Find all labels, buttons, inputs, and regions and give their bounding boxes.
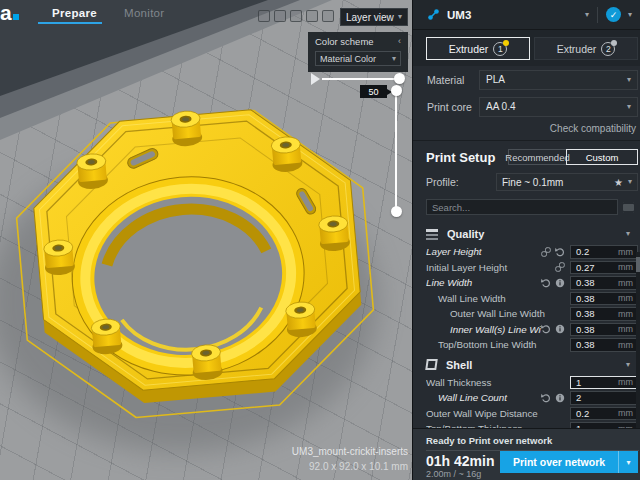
layer-slider-track[interactable] bbox=[395, 91, 397, 211]
setting-state-icons[interactable] bbox=[555, 262, 565, 272]
simulation-slider-handle[interactable] bbox=[394, 73, 405, 84]
custom-mode-button[interactable]: Custom bbox=[566, 149, 638, 165]
star-icon[interactable]: ★ bbox=[614, 177, 623, 188]
divider bbox=[597, 7, 598, 23]
category-header-quality[interactable]: Quality▾ bbox=[426, 224, 638, 244]
camera-top-icon[interactable] bbox=[290, 10, 302, 22]
setting-value-input[interactable] bbox=[571, 324, 618, 335]
check-compatibility-link[interactable]: Check compatibility bbox=[550, 123, 636, 134]
camera-left-icon[interactable] bbox=[306, 10, 318, 22]
undo-icon bbox=[541, 393, 551, 403]
color-scheme-label: Color scheme bbox=[315, 36, 374, 47]
scrollbar-thumb[interactable] bbox=[636, 257, 640, 272]
setting-value-input[interactable] bbox=[571, 308, 618, 319]
chevron-left-icon[interactable]: ‹ bbox=[398, 36, 401, 47]
settings-filter-icon[interactable] bbox=[623, 202, 634, 213]
setting-value-input[interactable] bbox=[571, 246, 618, 257]
print-setup-section: Print Setup Recommended Custom Profile: … bbox=[413, 140, 640, 215]
link-icon bbox=[541, 247, 551, 257]
chevron-down-icon: ▾ bbox=[627, 76, 631, 84]
settings-scroll-area[interactable]: Quality▾Layer HeightmmInitial Layer Heig… bbox=[413, 222, 640, 444]
setting-value-box: mm bbox=[570, 276, 638, 290]
tab-prepare[interactable]: Prepare bbox=[52, 7, 97, 19]
recommended-mode-button[interactable]: Recommended bbox=[508, 149, 566, 165]
setting-state-icons[interactable] bbox=[541, 247, 565, 257]
setting-state-icons[interactable] bbox=[541, 324, 565, 334]
camera-3d-icon[interactable] bbox=[258, 10, 270, 22]
tab-extruder-1[interactable]: Extruder 1 bbox=[426, 37, 530, 60]
view-mode-dropdown[interactable]: Layer view▾ bbox=[340, 8, 408, 26]
screw-boss bbox=[43, 239, 76, 276]
cura-application: a Prepare Monitor Layer view▾ Color sche… bbox=[0, 0, 640, 480]
viewport-3d[interactable]: a Prepare Monitor Layer view▾ Color sche… bbox=[0, 0, 412, 480]
setting-value-input[interactable] bbox=[571, 392, 633, 403]
setting-value-input[interactable] bbox=[571, 262, 618, 273]
material-dropdown[interactable]: PLA▾ bbox=[479, 70, 638, 90]
setting-value-input[interactable] bbox=[571, 377, 618, 388]
setting-unit: mm bbox=[618, 262, 637, 272]
setting-value-input[interactable] bbox=[571, 339, 618, 350]
printer-connected-icon: ✓ bbox=[606, 7, 621, 22]
info-icon bbox=[555, 278, 565, 288]
undo-icon bbox=[541, 278, 551, 288]
camera-right-icon[interactable] bbox=[322, 10, 334, 22]
chevron-down-icon[interactable]: ▾ bbox=[626, 230, 630, 238]
setting-value-input[interactable] bbox=[571, 277, 618, 288]
setting-value-input[interactable] bbox=[571, 408, 618, 419]
setting-row: Outer Wall Wipe Distancemm bbox=[426, 406, 638, 422]
setting-unit: mm bbox=[618, 247, 637, 257]
print-setup-title: Print Setup bbox=[426, 150, 508, 165]
setting-label: Wall Line Count bbox=[426, 392, 541, 403]
setting-value-box: mm bbox=[570, 338, 638, 352]
screw-boss bbox=[190, 344, 223, 381]
setting-state-icons[interactable] bbox=[541, 393, 565, 403]
tab-monitor[interactable]: Monitor bbox=[124, 7, 164, 19]
setting-label: Line Width bbox=[426, 277, 541, 288]
chevron-down-icon[interactable]: ▾ bbox=[628, 11, 632, 19]
scrollbar[interactable] bbox=[636, 252, 640, 444]
chevron-down-icon[interactable]: ▾ bbox=[585, 11, 589, 19]
material-row: Material PLA▾ bbox=[413, 66, 640, 93]
search-input[interactable] bbox=[426, 199, 618, 215]
chevron-down-icon: ▾ bbox=[392, 55, 396, 63]
setting-row: Inner Wall(s) Line Widthmm bbox=[426, 322, 638, 338]
print-core-dropdown[interactable]: AA 0.4▾ bbox=[479, 97, 638, 117]
setting-row: Top/Bottom Line Widthmm bbox=[426, 337, 638, 353]
screw-boss bbox=[318, 215, 351, 252]
screw-boss bbox=[90, 318, 123, 355]
layer-view-panel: Color scheme ‹ Material Color▾ bbox=[308, 32, 408, 72]
category-title: Quality bbox=[447, 228, 626, 240]
quality-icon bbox=[426, 228, 438, 240]
camera-front-icon[interactable] bbox=[274, 10, 286, 22]
settings-list: Quality▾Layer HeightmmInitial Layer Heig… bbox=[413, 224, 640, 444]
setting-value-input[interactable] bbox=[571, 293, 618, 304]
profile-dropdown[interactable]: Fine ~ 0.1mm ★ ▾ bbox=[496, 173, 638, 191]
setting-row: Initial Layer Heightmm bbox=[426, 260, 638, 276]
chevron-down-icon[interactable]: ▾ bbox=[626, 361, 630, 369]
setting-label: Wall Line Width bbox=[426, 293, 570, 304]
print-over-network-button[interactable]: Print over network ▾ bbox=[500, 451, 638, 473]
simulation-play-icon[interactable] bbox=[311, 73, 320, 85]
category-header-shell[interactable]: Shell▾ bbox=[426, 355, 638, 375]
settings-sidebar: UM3 ▾ ✓ ▾ Extruder 1 Extruder 2 Material… bbox=[412, 0, 640, 480]
logo-dot bbox=[13, 14, 19, 20]
setting-row: Wall Line Widthmm bbox=[426, 291, 638, 307]
printer-network-icon bbox=[427, 8, 440, 21]
setting-unit: mm bbox=[618, 324, 637, 334]
extruder-2-badge: 2 bbox=[601, 42, 615, 56]
model-render[interactable] bbox=[0, 0, 412, 480]
chevron-down-icon[interactable]: ▾ bbox=[618, 451, 638, 473]
layer-slider-top-handle[interactable] bbox=[391, 85, 402, 96]
tab-extruder-2[interactable]: Extruder 2 bbox=[534, 37, 638, 60]
color-scheme-dropdown[interactable]: Material Color▾ bbox=[315, 51, 401, 66]
extruder-tabs: Extruder 1 Extruder 2 bbox=[413, 30, 640, 66]
chevron-down-icon: ▾ bbox=[627, 103, 631, 111]
setting-value-box: mm bbox=[570, 323, 638, 337]
machine-name: UM3 bbox=[447, 9, 585, 21]
layer-slider-bottom-handle[interactable] bbox=[391, 206, 402, 217]
simulation-slider-track[interactable] bbox=[322, 78, 400, 80]
model-filename: UM3_mount-crickit-inserts bbox=[230, 444, 408, 459]
machine-selector[interactable]: UM3 ▾ ✓ ▾ bbox=[413, 0, 640, 30]
model-caption: UM3_mount-crickit-inserts 92.0 x 92.0 x … bbox=[230, 444, 408, 474]
setting-state-icons[interactable] bbox=[541, 278, 565, 288]
